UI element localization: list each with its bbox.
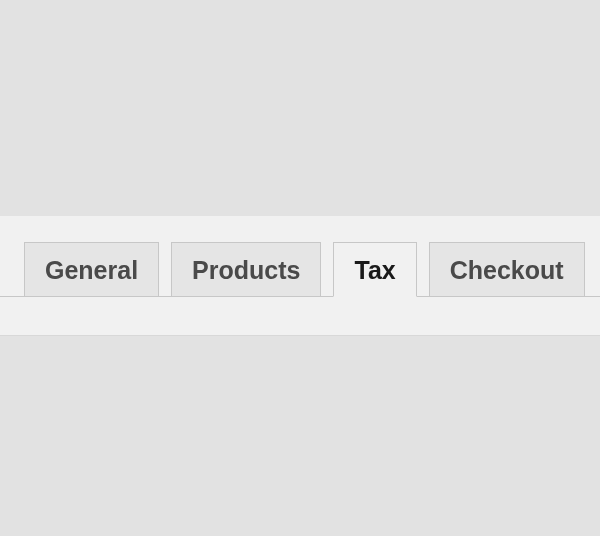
tab-checkout[interactable]: Checkout [429,242,585,298]
tab-tax[interactable]: Tax [333,242,416,298]
tab-general[interactable]: General [24,242,159,298]
settings-tabbar: General Products Tax Checkout [24,280,585,336]
settings-tabbar-wrapper: General Products Tax Checkout [0,216,600,336]
tab-products[interactable]: Products [171,242,321,298]
